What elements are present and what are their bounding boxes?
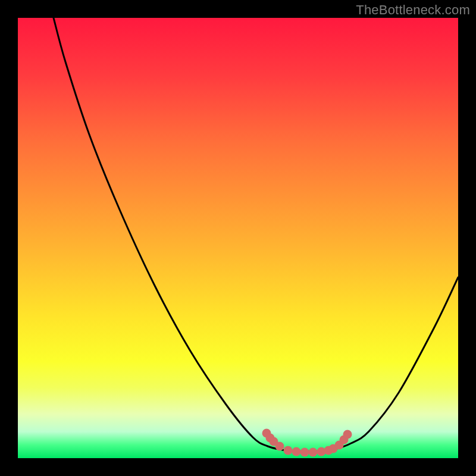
watermark-text: TheBottleneck.com (356, 2, 470, 18)
accent-dot (292, 447, 301, 456)
chart-container: TheBottleneck.com (0, 0, 476, 476)
plot-area (18, 18, 458, 458)
accent-dot (343, 430, 352, 439)
curve-layer (18, 18, 458, 458)
accent-dot (309, 448, 318, 457)
accent-dot (275, 442, 284, 451)
bottleneck-curve (54, 18, 458, 452)
accent-dots (262, 429, 352, 457)
accent-dot (284, 446, 293, 455)
accent-dot (300, 448, 309, 457)
